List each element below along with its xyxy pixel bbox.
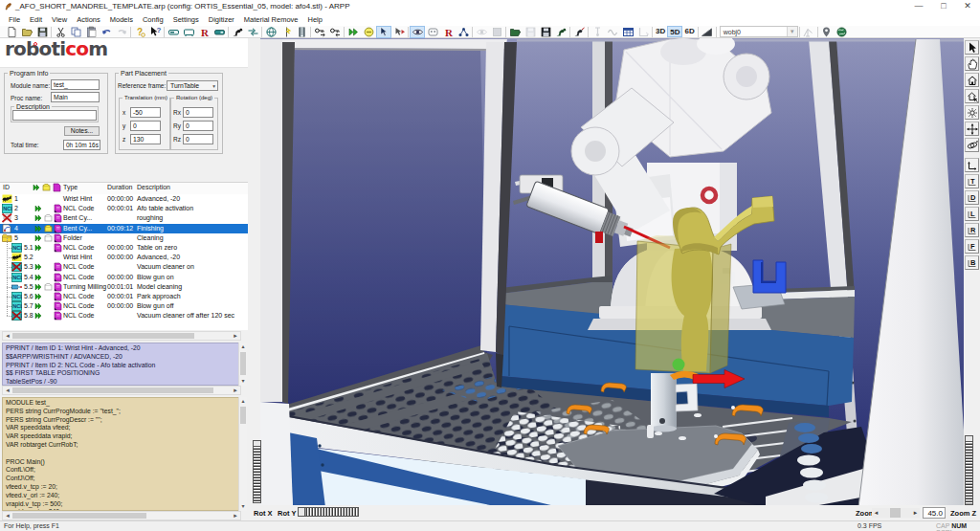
toolbar-table-blue-icon[interactable] bbox=[620, 26, 635, 38]
scroll-thumb[interactable] bbox=[12, 387, 213, 393]
toolbar-paste-icon[interactable] bbox=[83, 26, 99, 38]
col-code-icon[interactable] bbox=[53, 183, 61, 192]
menu-settings[interactable]: Settings bbox=[168, 15, 204, 24]
3d-canvas[interactable] bbox=[260, 38, 964, 505]
toolbar-pause-yellow-icon[interactable] bbox=[361, 26, 376, 38]
tree-row-5.6[interactable]: NCL5.6NCL Code00:00:01Park approach bbox=[0, 292, 248, 301]
toolbar-redo-icon[interactable] bbox=[114, 26, 129, 38]
tree-row-5.4[interactable]: NCL5.4NCL Code00:00:00Blow gun on bbox=[0, 273, 248, 282]
close-button[interactable]: ✕ bbox=[956, 0, 979, 12]
toolbar-ramp-icon[interactable] bbox=[700, 26, 715, 38]
toolbar-new-icon[interactable] bbox=[4, 26, 19, 38]
toolbar-help-key-icon[interactable]: ? bbox=[132, 26, 147, 38]
log-hscrollbar[interactable]: ◂▸ bbox=[2, 386, 241, 395]
toolbar-run-green-icon[interactable] bbox=[345, 26, 361, 38]
viewbtn-view-down[interactable]: D bbox=[965, 190, 979, 205]
toolbar-letter-r-icon[interactable]: R bbox=[196, 26, 212, 38]
viewbtn-home[interactable] bbox=[965, 73, 979, 87]
viewbtn-view-back[interactable]: B bbox=[965, 255, 979, 270]
col-description[interactable]: Description bbox=[137, 184, 170, 190]
toolbar-pole-icon[interactable] bbox=[278, 26, 294, 38]
toolbar-copy-icon[interactable] bbox=[68, 26, 83, 38]
rotx-vertical-slider[interactable] bbox=[253, 440, 261, 503]
toolbar-key-out-icon[interactable] bbox=[312, 26, 327, 38]
toolbar-globe2-icon[interactable] bbox=[835, 26, 850, 38]
workobject-combo[interactable]: wobj0▾ bbox=[720, 26, 798, 37]
scroll-right-arrow[interactable]: ▸ bbox=[231, 387, 240, 394]
viewbtn-move[interactable] bbox=[965, 122, 979, 136]
scroll-thumb[interactable] bbox=[12, 333, 194, 339]
toolbar-crane-icon[interactable] bbox=[801, 26, 816, 38]
zoom-right-arrow[interactable]: ▸ bbox=[911, 508, 920, 518]
toolbar-folder-green-icon[interactable] bbox=[507, 26, 523, 38]
viewbtn-pan[interactable] bbox=[965, 56, 979, 71]
viewbtn-zoom-extents[interactable] bbox=[965, 105, 979, 120]
menu-models[interactable]: Models bbox=[105, 15, 138, 24]
reference-frame-combo[interactable]: TurnTable▾ bbox=[167, 80, 218, 91]
roty-slider[interactable] bbox=[298, 507, 359, 517]
menu-file[interactable]: File bbox=[4, 15, 25, 24]
toolbar-axis-icon[interactable] bbox=[635, 26, 651, 38]
toolbar-floppy-gray-icon[interactable] bbox=[523, 26, 538, 38]
log-vscrollbar[interactable]: ▴▾ bbox=[238, 343, 247, 386]
scroll-thumb[interactable] bbox=[240, 352, 246, 375]
toolbar-mask-icon[interactable] bbox=[425, 26, 440, 38]
viewbtn-view-right[interactable]: R bbox=[965, 223, 979, 237]
code-hscrollbar[interactable]: ◂▸ bbox=[2, 511, 241, 520]
toolbar-eye-blue-icon[interactable] bbox=[410, 26, 425, 38]
scroll-thumb[interactable] bbox=[12, 513, 146, 519]
tree-row-2[interactable]: NCL2NCL Code00:00:01Afo table activation bbox=[0, 204, 248, 213]
toolbar-probe-icon[interactable] bbox=[590, 26, 605, 38]
tree-row-1[interactable]: 1Wrist Hint00:00:00Advanced, -20 bbox=[0, 194, 248, 204]
toolbar-transfer-icon[interactable] bbox=[245, 26, 260, 38]
toolbar-select-blue-icon[interactable] bbox=[376, 26, 391, 38]
toolbar-pointer-play-icon[interactable] bbox=[391, 26, 407, 38]
col-run-icon[interactable] bbox=[33, 183, 41, 192]
zoom-input[interactable]: 45.0 bbox=[923, 507, 946, 519]
toolbar-square-gray-icon[interactable] bbox=[489, 26, 504, 38]
toolbar-save-icon[interactable] bbox=[34, 26, 50, 38]
toolbar-floppy-black-icon[interactable] bbox=[538, 26, 553, 38]
viewbtn-orbit[interactable] bbox=[965, 138, 979, 152]
tree-row-5.5[interactable]: 5.5Turning Milling00:01:01Model cleaning bbox=[0, 282, 248, 292]
col-type[interactable]: Type bbox=[63, 184, 78, 190]
toolbar-globe-icon[interactable] bbox=[263, 26, 278, 38]
toolbar-help-pointer-icon[interactable]: ? bbox=[147, 26, 163, 38]
zoom-scroll-thumb[interactable] bbox=[890, 508, 901, 518]
col-id[interactable]: ID bbox=[3, 184, 10, 190]
viewbtn-view-front[interactable]: F bbox=[965, 239, 979, 254]
module-name-input[interactable]: test_ bbox=[51, 79, 100, 90]
toolbar-letter-r2-icon[interactable]: R bbox=[440, 26, 456, 38]
toolbar-machine-flat-icon[interactable] bbox=[166, 26, 181, 38]
toolbar-cut-icon[interactable] bbox=[53, 26, 68, 38]
scroll-left-arrow[interactable]: ◂ bbox=[3, 512, 12, 520]
zoom-scrollbar[interactable]: ◂▸ bbox=[872, 508, 920, 518]
viewbtn-home-arrow[interactable] bbox=[965, 89, 979, 103]
toolbar-view-3d[interactable]: 3D bbox=[654, 26, 667, 37]
tree-row-4[interactable]: 4Bent Cy...00:09:12Finishing bbox=[0, 224, 248, 233]
viewbtn-view-left[interactable]: L bbox=[965, 207, 979, 221]
toolbar-machine-outline-icon[interactable] bbox=[181, 26, 196, 38]
tree-row-5.7[interactable]: NCL5.7NCL Code00:00:00Blow gun off bbox=[0, 301, 248, 311]
scroll-down-arrow[interactable]: ▾ bbox=[239, 377, 247, 386]
scroll-up-arrow[interactable]: ▴ bbox=[239, 397, 247, 406]
tree-row-5.8[interactable]: NCL5.8NCL CodeVacuum cleaner off after 1… bbox=[0, 311, 248, 321]
zoom-left-arrow[interactable]: ◂ bbox=[872, 508, 880, 518]
col-duration[interactable]: Duration bbox=[107, 184, 132, 190]
notes-button[interactable]: Notes... bbox=[64, 126, 100, 136]
menu-config[interactable]: Config bbox=[138, 15, 168, 24]
toolbar-machine-solid-icon[interactable] bbox=[212, 26, 227, 38]
toolbar-key-in-icon[interactable] bbox=[327, 26, 343, 38]
toolbar-eye-gray-icon[interactable] bbox=[474, 26, 489, 38]
toolbar-wave-icon[interactable] bbox=[605, 26, 620, 38]
toolbar-view-6d[interactable]: 6D bbox=[682, 26, 696, 37]
code-vscrollbar[interactable]: ▴▾ bbox=[238, 397, 247, 511]
scroll-right-arrow[interactable]: ▸ bbox=[231, 332, 240, 340]
scroll-right-arrow[interactable]: ▸ bbox=[231, 512, 240, 520]
rotation-rz-input[interactable]: 0 bbox=[183, 134, 213, 144]
toolbar-pin-icon[interactable] bbox=[819, 26, 835, 38]
proc-name-input[interactable]: Main bbox=[51, 92, 100, 102]
tree-row-3[interactable]: 3Bent Cy...roughing bbox=[0, 213, 248, 223]
translation-z-input[interactable]: 130 bbox=[130, 134, 161, 144]
tree-row-5.2[interactable]: 5.2Wrist Hint00:00:00Advanced, -20 bbox=[0, 253, 248, 262]
